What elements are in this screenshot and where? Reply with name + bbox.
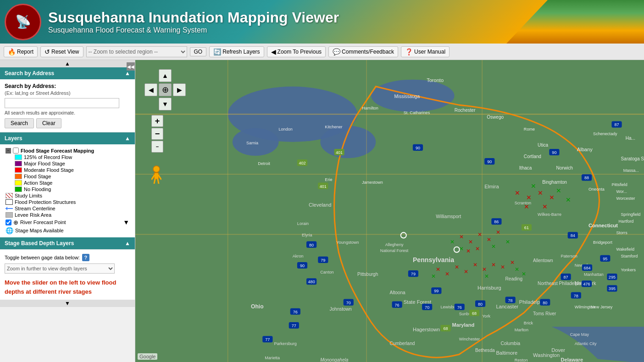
svg-text:✕: ✕ xyxy=(515,266,519,273)
svg-text:✕: ✕ xyxy=(515,189,520,197)
svg-text:Delaware: Delaware xyxy=(561,357,583,362)
layers-collapse-icon: ▲ xyxy=(125,135,130,142)
svg-text:77: 77 xyxy=(292,324,296,328)
svg-text:88: 88 xyxy=(584,176,589,180)
svg-text:Pennsylvania: Pennsylvania xyxy=(413,256,454,263)
svg-text:✕: ✕ xyxy=(522,271,526,277)
svg-text:86: 86 xyxy=(494,219,499,224)
reset-view-button[interactable]: ↺ Reset View xyxy=(40,46,83,57)
layer-river-forecast[interactable]: ⊕ River Forecast Point ▼ xyxy=(5,218,130,226)
nav-down-button[interactable]: ▼ xyxy=(159,98,172,110)
layer-study-limits[interactable]: Study Limits xyxy=(5,192,130,199)
toolbar: 🔥 Report ↺ Reset View -- Zoom to selecte… xyxy=(0,44,644,60)
svg-text:295: 295 xyxy=(609,275,616,280)
clear-button[interactable]: Clear xyxy=(36,118,61,128)
search-label: Search by Address: xyxy=(5,83,130,89)
svg-text:✕: ✕ xyxy=(464,269,468,275)
layer-levee-risk[interactable]: Levee Risk Area xyxy=(5,212,130,218)
svg-text:✕: ✕ xyxy=(482,266,487,273)
svg-text:401: 401 xyxy=(336,150,343,155)
svg-text:Ha...: Ha... xyxy=(626,136,635,141)
svg-text:✕: ✕ xyxy=(468,239,473,245)
svg-text:Winchester: Winchester xyxy=(459,337,480,341)
zoom-previous-button[interactable]: ◀ Zoom To Previous xyxy=(267,46,326,57)
comments-button[interactable]: 💬 Comments/Feedback xyxy=(328,46,398,57)
svg-text:84: 84 xyxy=(571,233,575,238)
svg-text:✕: ✕ xyxy=(455,264,459,270)
svg-text:Bethesda: Bethesda xyxy=(475,348,495,353)
refresh-icon: 🔄 xyxy=(213,48,221,55)
svg-text:Erie: Erie xyxy=(325,177,332,182)
address-input[interactable] xyxy=(5,98,119,108)
zoom-prev-icon: ◀ xyxy=(271,48,276,55)
nav-right-button[interactable]: ▶ xyxy=(173,83,186,96)
svg-text:York: York xyxy=(482,314,490,318)
map-container[interactable]: Toronto Mississauga Hamilton St. Cathari… xyxy=(135,60,644,362)
nav-cross: ▲ ◀ ⊕ ▶ ▼ xyxy=(144,69,186,110)
svg-text:87: 87 xyxy=(564,275,568,280)
layer-moderate-label: Moderate Flood Stage xyxy=(24,167,74,173)
layer-collapse-btn[interactable]: − xyxy=(6,148,11,154)
svg-text:87: 87 xyxy=(614,122,619,127)
refresh-layers-button[interactable]: 🔄 Refresh Layers xyxy=(209,46,264,57)
sidebar-collapse-button[interactable]: ◀◀ xyxy=(127,62,135,71)
layer-flood-forecast-checkbox[interactable] xyxy=(13,148,19,154)
svg-text:✕: ✕ xyxy=(484,273,489,280)
svg-text:Springfield: Springfield xyxy=(621,212,641,217)
zoom-in-button[interactable]: + xyxy=(151,115,163,127)
layer-flood-protection[interactable]: Flood Protection Structures xyxy=(5,199,130,205)
svg-text:✕: ✕ xyxy=(538,189,543,197)
app-subtitle: Susquehanna Flood Forecast & Warning Sys… xyxy=(48,26,339,34)
svg-text:Harrisburg: Harrisburg xyxy=(477,285,501,291)
svg-text:Ohio: Ohio xyxy=(251,303,264,310)
zoom-region-select[interactable]: -- Zoom to selected region -- xyxy=(86,46,187,57)
pegman-icon[interactable] xyxy=(151,165,161,184)
svg-text:Monongahela: Monongahela xyxy=(320,357,348,362)
layers-section-header[interactable]: Layers ▲ xyxy=(0,132,135,144)
nav-center-button[interactable]: ⊕ xyxy=(159,83,172,96)
layer-river-expand-icon[interactable]: ▼ xyxy=(123,219,129,226)
zoom-out-button[interactable]: − xyxy=(151,128,163,140)
layer-flood-forecast[interactable]: − Flood Stage Forecast Mapping xyxy=(5,147,130,154)
go-button[interactable]: GO xyxy=(190,47,207,56)
layer-stream-centerline[interactable]: Stream Centerline xyxy=(5,205,130,212)
nav-up-button[interactable]: ▲ xyxy=(159,69,172,82)
svg-text:Altoona: Altoona xyxy=(390,290,406,295)
nav-left-button[interactable]: ◀ xyxy=(144,83,157,96)
zoom-out-more-button[interactable]: − xyxy=(151,141,163,153)
search-section-header[interactable]: Search by Address ▲ xyxy=(0,67,135,79)
svg-text:Binghamton: Binghamton xyxy=(542,180,567,185)
help-button[interactable]: ? xyxy=(82,254,89,261)
svg-text:Rome: Rome xyxy=(524,127,535,132)
report-button[interactable]: 🔥 Report xyxy=(4,46,38,57)
stage-section-header[interactable]: Stage Based Depth Layers ▲ xyxy=(0,237,135,249)
layer-flood-stage: Flood Stage xyxy=(14,173,130,180)
svg-text:Pittsfield: Pittsfield xyxy=(611,182,627,187)
zoom-depth-select[interactable]: Zoom in further to view depth layers xyxy=(5,263,115,274)
swatch-moderate-icon xyxy=(15,167,22,173)
layer-stream-label: Stream Centerline xyxy=(15,206,56,211)
user-manual-button[interactable]: ❓ User Manual xyxy=(401,46,450,57)
search-section: Search by Address: (Ex: lat,lng or Stree… xyxy=(0,79,135,132)
google-watermark: Google xyxy=(138,353,157,360)
svg-text:Elyria: Elyria xyxy=(302,233,313,237)
swatch-levee-icon xyxy=(6,212,13,218)
svg-text:✕: ✕ xyxy=(531,182,536,190)
svg-text:76: 76 xyxy=(395,303,400,307)
svg-text:Wakefield: Wakefield xyxy=(616,247,634,252)
svg-text:79: 79 xyxy=(321,258,325,263)
svg-text:Parkersburg: Parkersburg xyxy=(274,341,296,346)
svg-line-209 xyxy=(152,176,154,179)
layer-stage-maps[interactable]: 🌐 Stage Maps Available xyxy=(5,226,130,235)
layer-river-forecast-checkbox[interactable] xyxy=(6,219,11,225)
svg-text:78: 78 xyxy=(574,294,578,298)
layer-river-label: River Forecast Point xyxy=(20,219,66,225)
search-button[interactable]: Search xyxy=(5,118,34,128)
svg-text:Youngstown: Youngstown xyxy=(337,240,359,245)
svg-text:Johnstown: Johnstown xyxy=(329,307,351,312)
svg-text:401: 401 xyxy=(320,184,327,189)
layer-flood-protection-label: Flood Protection Structures xyxy=(15,199,76,205)
sidebar-scroll-down[interactable]: ▼ xyxy=(0,300,135,307)
svg-text:Dover: Dover xyxy=(551,347,565,353)
sidebar-scroll-up[interactable]: ▲ xyxy=(0,60,135,67)
